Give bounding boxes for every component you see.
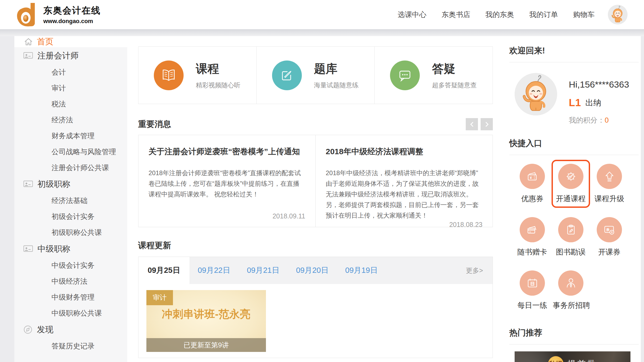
- more-link[interactable]: 更多>: [466, 266, 483, 275]
- welcome-title: 欢迎回来!: [509, 45, 639, 62]
- brand-logo[interactable]: 东奥会计在线 www.dongao.com: [15, 2, 101, 27]
- banner-tagline: 提前批: [568, 358, 597, 362]
- voucher-icon: 券: [597, 217, 622, 242]
- news-date: 2018.08.23: [326, 221, 482, 229]
- user-avatar-large: [515, 73, 557, 115]
- brand-name: 东奥会计在线: [43, 5, 101, 17]
- sidebar-group-intermediate[interactable]: 中级职称: [14, 240, 127, 257]
- quick-entry-label: 优惠券: [514, 194, 550, 204]
- carousel-next-button[interactable]: [481, 118, 493, 130]
- feature-card-courses[interactable]: 课程 精彩视频随心听: [138, 47, 256, 104]
- tab-date[interactable]: 09月20日: [288, 257, 337, 284]
- sidebar-item-accounting[interactable]: 会计: [14, 64, 127, 80]
- quick-entry-label: 随书赠卡: [514, 247, 550, 257]
- nav-my-dongao[interactable]: 我的东奥: [485, 10, 514, 19]
- sidebar-item-qa-history[interactable]: 答疑历史记录: [14, 338, 127, 354]
- sidebar-menu: 注册会计师 会计 审计 税法 经济法 财务成本管理 公司战略与风险管理 注册会计…: [14, 47, 127, 362]
- coupon-icon: ¥: [520, 164, 545, 189]
- hot-recommend-title: 热门推荐: [509, 327, 639, 344]
- feature-subtitle: 精彩视频随心听: [196, 81, 240, 89]
- tab-date[interactable]: 09月19日: [337, 257, 386, 284]
- quick-entry-daily-practice[interactable]: 每日一练: [513, 266, 552, 314]
- sidebar-item-financial-cost-mgmt[interactable]: 财务成本管理: [14, 128, 127, 144]
- sidebar-group-cpa[interactable]: 注册会计师: [14, 47, 127, 64]
- dongao-logo-icon: [15, 2, 39, 27]
- header-divider-strip: [0, 29, 644, 36]
- sidebar-item-mid-finance[interactable]: 中级财务管理: [14, 289, 127, 305]
- sidebar-item-mid-public[interactable]: 中级职称公共课: [14, 305, 127, 321]
- sidebar-item-strategy-risk[interactable]: 公司战略与风险管理: [14, 144, 127, 160]
- course-update-status: 已更新至第9讲: [146, 338, 266, 352]
- nav-course-center[interactable]: 选课中心: [398, 10, 426, 19]
- quick-entry-grid: ¥ 优惠券 开通课程: [509, 157, 641, 317]
- quick-entry-book-gift-card[interactable]: 随书赠卡: [513, 213, 552, 261]
- nav-my-orders[interactable]: 我的订单: [529, 10, 558, 19]
- sidebar-item-cpa-public[interactable]: 注册会计师公共课: [14, 160, 127, 176]
- course-card[interactable]: 审计 冲刺串讲班-范永亮 已更新至第9讲: [146, 290, 266, 352]
- top-navigation: 选课中心 东奥书店 我的东奥 我的订单 购物车: [398, 10, 595, 19]
- tab-date-active[interactable]: 09月25日: [138, 257, 189, 284]
- quick-entry-coupons[interactable]: ¥ 优惠券: [513, 160, 552, 208]
- hot-banner[interactable]: 秋招 提前批 抢先霸占好工作: [515, 351, 630, 362]
- feature-title: 答疑: [432, 61, 477, 77]
- news-carousel-arrows: [466, 118, 493, 130]
- carousel-prev-button[interactable]: [466, 118, 478, 130]
- left-sidebar: 首页 注册会计师 会计 审计 税法: [14, 36, 127, 362]
- quick-entry-label: 课程升级: [591, 194, 627, 204]
- brand-url: www.dongao.com: [43, 18, 101, 25]
- sidebar-item-home[interactable]: 首页: [14, 36, 127, 47]
- svg-text:券: 券: [606, 228, 609, 231]
- updates-section-title: 课程更新: [138, 240, 171, 251]
- date-tabs: 09月25日 09月22日 09月21日 09月20日 09月19日 更多>: [138, 257, 493, 284]
- sidebar-item-mid-econ-law[interactable]: 中级经济法: [14, 273, 127, 289]
- updates-section-header: 课程更新: [138, 239, 493, 252]
- news-section-title: 重要消息: [138, 119, 171, 130]
- person-tie-icon: [558, 270, 583, 296]
- feature-subtitle: 海量试题随意练: [314, 81, 359, 89]
- feature-cards: 课程 精彩视频随心听 题库 海量试题随意练: [138, 46, 493, 104]
- news-body: 2018年中级经济法，模考精讲班中的主讲老师“郑晓博” 由于老师近期身体不适，为…: [326, 168, 482, 221]
- sidebar-group-junior[interactable]: 初级职称: [14, 176, 127, 193]
- tab-date[interactable]: 09月21日: [239, 257, 288, 284]
- quick-entry-book-errata[interactable]: 图书勘误: [552, 213, 590, 261]
- sidebar-group-label: 初级职称: [37, 179, 70, 190]
- quick-entry-firm-recruiting[interactable]: 事务所招聘: [552, 266, 590, 314]
- sidebar-item-junior-practice[interactable]: 初级会计实务: [14, 209, 127, 225]
- chevron-right-icon: [484, 122, 488, 127]
- pencil-icon: [272, 61, 302, 90]
- quick-entry-activate-course[interactable]: 开通课程: [552, 160, 590, 208]
- sidebar-group-discover[interactable]: 发现: [14, 321, 127, 338]
- sidebar-item-junior-public[interactable]: 初级职称公共课: [14, 225, 127, 240]
- news-item[interactable]: 关于注册会计师逆袭班“密卷模考”上传通知 2018年注册会计师逆袭班“密卷模考”…: [138, 135, 315, 227]
- clipboard-pencil-icon: [558, 217, 583, 242]
- quick-entry-label: 每日一练: [514, 300, 550, 311]
- sidebar-item-economic-law[interactable]: 经济法: [14, 112, 127, 128]
- calendar-icon: [520, 270, 545, 296]
- nav-bookstore[interactable]: 东奥书店: [442, 10, 470, 19]
- sidebar-item-mid-practice[interactable]: 中级会计实务: [14, 257, 127, 273]
- nav-cart[interactable]: 购物车: [573, 10, 595, 19]
- quick-entry-course-upgrade[interactable]: 课程升级: [590, 160, 629, 208]
- course-updates-box: 09月25日 09月22日 09月21日 09月20日 09月19日 更多> 审…: [138, 257, 493, 358]
- compass-icon: [23, 325, 32, 334]
- lecture-screen-icon: [23, 245, 33, 253]
- quick-entry-label: 开通课程: [553, 194, 589, 204]
- news-item[interactable]: 2018年中级经济法课程调整 2018年中级经济法，模考精讲班中的主讲老师“郑晓…: [315, 135, 493, 227]
- sidebar-item-audit[interactable]: 审计: [14, 80, 127, 96]
- feature-text: 答疑 超多答疑随意查: [432, 61, 477, 89]
- user-greeting: Hi,156****6363: [569, 79, 629, 90]
- feature-text: 课程 精彩视频随心听: [196, 61, 240, 89]
- tab-date[interactable]: 09月22日: [189, 257, 239, 284]
- quick-entry-course-voucher[interactable]: 券 开课券: [590, 213, 629, 261]
- sidebar-item-tax-law[interactable]: 税法: [14, 96, 127, 112]
- quick-entry-label: 事务所招聘: [553, 300, 589, 311]
- sidebar-item-econ-law-basics[interactable]: 经济法基础: [14, 193, 127, 209]
- user-avatar-small[interactable]: [608, 5, 628, 24]
- feature-card-question-bank[interactable]: 题库 海量试题随意练: [256, 47, 375, 104]
- quick-entry-title: 快捷入口: [509, 138, 639, 155]
- upgrade-arrow-icon: [597, 164, 622, 189]
- right-sidebar: 欢迎回来!: [509, 36, 641, 362]
- main-column: 课程 精彩视频随心听 题库 海量试题随意练: [138, 36, 493, 362]
- page: 东奥会计在线 www.dongao.com 选课中心 东奥书店 我的东奥 我的订…: [0, 0, 644, 362]
- feature-card-qa[interactable]: 答疑 超多答疑随意查: [374, 47, 493, 104]
